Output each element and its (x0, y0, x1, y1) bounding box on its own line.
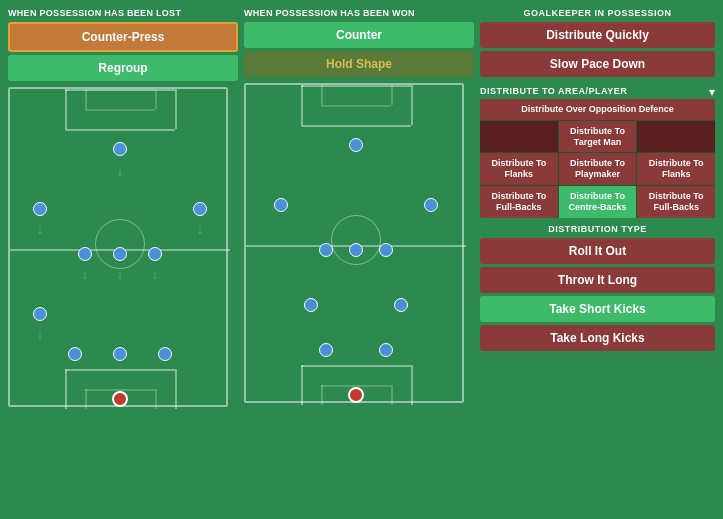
take-long-kicks-button[interactable]: Take Long Kicks (480, 325, 715, 351)
arrow: ↓ (152, 266, 159, 282)
distribute-to-fullbacks-left[interactable]: Distribute To Full-Backs (480, 186, 558, 218)
distribute-to-target-man[interactable]: Distribute To Target Man (559, 121, 637, 153)
player-dot (148, 247, 162, 261)
distribution-type-section: Distribution Type Roll It Out Throw It L… (480, 224, 715, 351)
regroup-button[interactable]: Regroup (8, 55, 238, 81)
counter-button[interactable]: Counter (244, 22, 474, 48)
goalkeeper-dot (348, 387, 364, 403)
arrow: ↓ (82, 266, 89, 282)
goalkeeper-dot (112, 391, 128, 407)
dist-cell-empty-1 (480, 121, 558, 153)
player-dot (304, 298, 318, 312)
goalkeeper-section: Goalkeeper In Possession Distribute Quic… (480, 8, 715, 77)
player-dot (349, 138, 363, 152)
player-dot (113, 347, 127, 361)
distribute-to-centrebacks[interactable]: Distribute To Centre-Backs (559, 186, 637, 218)
player-dot (68, 347, 82, 361)
player-dot (33, 202, 47, 216)
player-dot (424, 198, 438, 212)
right-panel: Goalkeeper In Possession Distribute Quic… (480, 8, 715, 511)
arrow: ↓ (37, 221, 44, 237)
take-short-kicks-button[interactable]: Take Short Kicks (480, 296, 715, 322)
player-dot (394, 298, 408, 312)
possession-lost-pitch: ↓ ↓ ↓ ↓ ↓ ↓ ↓ (8, 87, 228, 407)
distribute-to-playmaker[interactable]: Distribute To Playmaker (559, 153, 637, 185)
player-dot (113, 247, 127, 261)
player-dot (78, 247, 92, 261)
player-dot (349, 243, 363, 257)
player-dot (113, 142, 127, 156)
distribution-type-title: Distribution Type (480, 224, 715, 234)
distribute-area-title: Distribute To Area/Player (480, 86, 627, 96)
player-dot (274, 198, 288, 212)
arrow: ↓ (197, 221, 204, 237)
arrow: ↓ (37, 326, 44, 342)
counter-press-button[interactable]: Counter-Press (8, 22, 238, 52)
possession-lost-title: When Possession Has Been Lost (8, 8, 238, 18)
possession-won-pitch (244, 83, 464, 403)
player-dot (193, 202, 207, 216)
hold-shape-button[interactable]: Hold Shape (244, 51, 474, 77)
player-dot (33, 307, 47, 321)
player-dot (319, 343, 333, 357)
slow-pace-down-button[interactable]: Slow Pace Down (480, 51, 715, 77)
distribute-grid: Distribute Over Opposition Defence Distr… (480, 99, 715, 218)
distribute-area-section: Distribute To Area/Player ▾ Distribute O… (480, 83, 715, 218)
goalkeeper-title: Goalkeeper In Possession (480, 8, 715, 18)
throw-it-long-button[interactable]: Throw It Long (480, 267, 715, 293)
player-dot (379, 243, 393, 257)
dist-cell-empty-2 (637, 121, 715, 153)
distribute-to-fullbacks-right[interactable]: Distribute To Full-Backs (637, 186, 715, 218)
arrow: ↓ (117, 266, 124, 282)
arrow: ↓ (117, 163, 124, 179)
roll-it-out-button[interactable]: Roll It Out (480, 238, 715, 264)
distribute-quickly-button[interactable]: Distribute Quickly (480, 22, 715, 48)
distribute-to-flanks-left[interactable]: Distribute To Flanks (480, 153, 558, 185)
chevron-down-icon[interactable]: ▾ (709, 85, 715, 99)
possession-won-title: When Possession Has Been Won (244, 8, 474, 18)
player-dot (158, 347, 172, 361)
player-dot (379, 343, 393, 357)
distribute-to-flanks-right[interactable]: Distribute To Flanks (637, 153, 715, 185)
player-dot (319, 243, 333, 257)
distribute-over-defence[interactable]: Distribute Over Opposition Defence (480, 99, 715, 120)
